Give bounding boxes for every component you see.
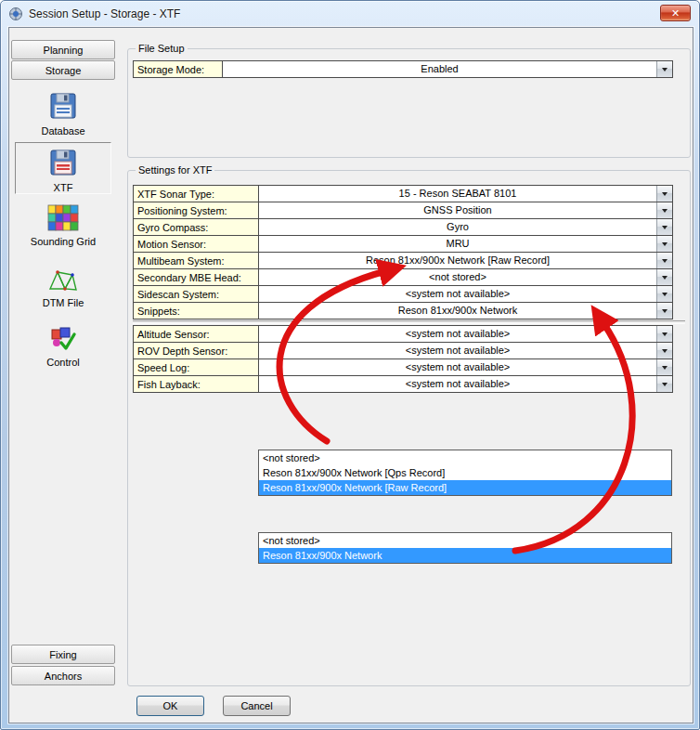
sidebar-item-label: Control: [16, 357, 110, 368]
settings-row: Gyro Compass:Gyro: [133, 218, 673, 236]
field-combobox[interactable]: <system not available>: [258, 375, 673, 393]
settings-row: ROV Depth Sensor:<system not available>: [133, 342, 673, 359]
field-combobox[interactable]: Reson 81xx/900x Network: [258, 302, 673, 319]
field-label: XTF Sonar Type:: [133, 185, 259, 202]
xtf-floppy-icon: [47, 169, 79, 180]
field-combobox[interactable]: Enabled: [222, 60, 673, 78]
combobox-value: Gyro: [259, 219, 656, 235]
settings-row: Positioning System:GNSS Position: [133, 202, 673, 219]
field-label: Positioning System:: [133, 202, 259, 219]
database-floppy-icon: [47, 112, 79, 124]
field-combobox[interactable]: Reson 81xx/900x Network [Raw Record]: [258, 252, 673, 269]
field-combobox[interactable]: MRU: [258, 235, 673, 253]
list-item[interactable]: <not stored>: [259, 533, 671, 548]
dropdown-button[interactable]: [656, 343, 672, 358]
combobox-value: <system not available>: [259, 286, 656, 302]
dropdown-button[interactable]: [656, 286, 672, 302]
dropdown-button[interactable]: [656, 326, 672, 342]
dropdown-button[interactable]: [656, 202, 672, 218]
sidebar-item-dtm-file[interactable]: DTM File: [15, 261, 111, 312]
dropdown-button[interactable]: [656, 236, 672, 252]
chevron-down-icon: [662, 192, 668, 196]
dropdown-button[interactable]: [656, 376, 672, 392]
dropdown-button[interactable]: [656, 186, 672, 202]
sidebar-item-control[interactable]: Control: [15, 320, 111, 372]
sidebar-item-label: XTF: [16, 182, 110, 193]
sidebar-item-label: DTM File: [16, 297, 110, 308]
settings-row: Motion Sensor:MRU: [133, 235, 673, 253]
combobox-value: GNSS Position: [259, 202, 656, 218]
chevron-down-icon: [662, 293, 668, 296]
sidebar-item-xtf[interactable]: XTF: [15, 142, 111, 194]
sidebar-item-sounding-grid[interactable]: Sounding Grid: [15, 200, 111, 251]
field-label: Secondary MBE Head:: [133, 268, 259, 286]
combobox-value: Enabled: [223, 61, 656, 77]
field-label: Storage Mode:: [133, 60, 223, 78]
settings-row: Altitude Sensor:<system not available>: [133, 325, 673, 343]
settings-row: Storage Mode:Enabled: [133, 60, 673, 78]
field-label: Altitude Sensor:: [133, 325, 259, 343]
combobox-value: Reson 81xx/900x Network: [259, 303, 656, 319]
settings-row: XTF Sonar Type:15 - Reson SEABAT 8101: [133, 185, 673, 202]
settings-row: Sidescan System:<system not available>: [133, 285, 673, 303]
combobox-value: Reson 81xx/900x Network [Raw Record]: [259, 253, 656, 268]
chevron-down-icon: [662, 383, 668, 386]
combobox-value: <system not available>: [259, 343, 656, 358]
chevron-down-icon: [662, 349, 668, 353]
field-combobox[interactable]: <not stored>: [258, 268, 673, 286]
sidebar-button-planning[interactable]: Planning: [11, 40, 115, 59]
field-combobox[interactable]: <system not available>: [258, 325, 673, 343]
chevron-down-icon: [662, 366, 668, 370]
chevron-down-icon: [662, 332, 668, 336]
field-combobox[interactable]: <system not available>: [258, 358, 673, 376]
titlebar[interactable]: Session Setup - Storage - XTF ✕: [1, 1, 699, 27]
sidebar-button-storage[interactable]: Storage: [11, 60, 115, 80]
chevron-down-icon: [662, 276, 668, 280]
list-item[interactable]: <not stored>: [259, 450, 671, 465]
sounding-grid-icon: [47, 223, 79, 234]
settings-row: Fish Layback:<system not available>: [133, 375, 673, 393]
list-item[interactable]: Reson 81xx/900x Network [Qps Record]: [259, 465, 671, 480]
dropdown-button[interactable]: [656, 219, 672, 235]
sidebar-button-fixing[interactable]: Fixing: [11, 645, 115, 664]
sidebar-item-database[interactable]: Database: [15, 85, 111, 140]
dropdown-button[interactable]: [656, 359, 672, 375]
settings-legend: Settings for XTF: [136, 164, 214, 176]
field-combobox[interactable]: <system not available>: [258, 285, 673, 303]
ok-button[interactable]: OK: [136, 696, 204, 716]
field-combobox[interactable]: <system not available>: [258, 342, 673, 359]
settings-row: Secondary MBE Head:<not stored>: [133, 268, 673, 286]
field-label: Gyro Compass:: [133, 218, 259, 236]
field-label: Multibeam System:: [133, 252, 259, 269]
session-setup-dialog: Session Setup - Storage - XTF ✕ Planning…: [0, 0, 700, 730]
list-item[interactable]: Reson 81xx/900x Network [Raw Record]: [259, 480, 671, 495]
dropdown-button[interactable]: [656, 253, 672, 268]
settings-row: Speed Log:<system not available>: [133, 358, 673, 376]
settings-rows-top: XTF Sonar Type:15 - Reson SEABAT 8101Pos…: [133, 185, 673, 319]
multibeam-dropdown-list: <not stored>Reson 81xx/900x Network [Qps…: [258, 450, 672, 496]
chevron-down-icon: [662, 259, 668, 263]
field-combobox[interactable]: 15 - Reson SEABAT 8101: [258, 185, 673, 202]
list-item[interactable]: Reson 81xx/900x Network: [259, 548, 671, 563]
file-setup-legend: File Setup: [136, 43, 188, 54]
combobox-value: 15 - Reson SEABAT 8101: [259, 186, 656, 202]
field-combobox[interactable]: GNSS Position: [258, 202, 673, 219]
combobox-value: MRU: [259, 236, 656, 252]
field-label: Motion Sensor:: [133, 235, 259, 253]
snippets-dropdown-list: <not stored>Reson 81xx/900x Network: [258, 532, 672, 564]
chevron-down-icon: [662, 309, 668, 313]
field-label: ROV Depth Sensor:: [133, 342, 259, 359]
field-label: Speed Log:: [133, 358, 259, 376]
dropdown-button[interactable]: [656, 61, 672, 77]
close-button[interactable]: ✕: [660, 5, 691, 21]
sidebar-button-anchors[interactable]: Anchors: [11, 666, 115, 685]
file-setup-rows: Storage Mode:Enabled: [133, 60, 673, 78]
field-label: Sidescan System:: [133, 285, 259, 303]
settings-for-xtf-group: Settings for XTF XTF Sonar Type:15 - Res…: [127, 164, 691, 686]
combobox-value: <system not available>: [259, 359, 656, 375]
field-combobox[interactable]: Gyro: [258, 218, 673, 236]
dropdown-button[interactable]: [656, 303, 672, 319]
cancel-button[interactable]: Cancel: [223, 696, 291, 716]
dropdown-button[interactable]: [656, 269, 672, 285]
chevron-down-icon: [662, 68, 668, 72]
